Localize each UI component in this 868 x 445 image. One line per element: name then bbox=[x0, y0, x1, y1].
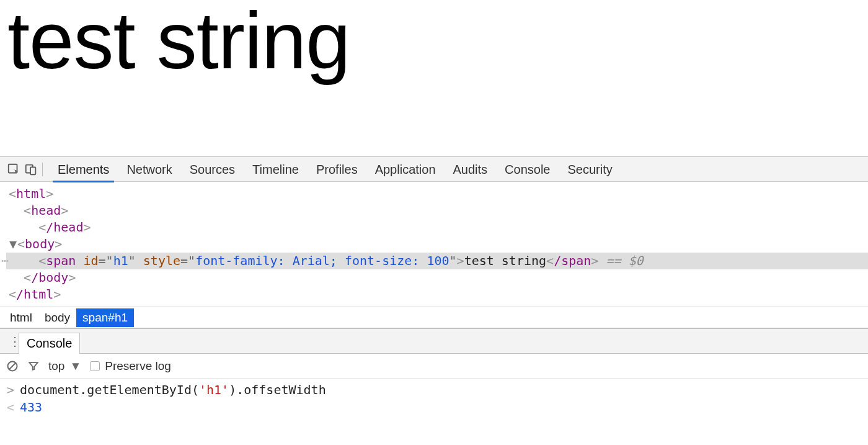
drawer-menu-icon[interactable]: ⋮ bbox=[4, 334, 19, 349]
drawer-tab-bar: ⋮ Console bbox=[0, 329, 868, 354]
preserve-log-checkbox[interactable] bbox=[90, 361, 100, 371]
svg-rect-2 bbox=[30, 167, 35, 174]
svg-line-4 bbox=[9, 363, 16, 369]
tab-timeline[interactable]: Timeline bbox=[244, 157, 308, 182]
result-icon: < bbox=[6, 400, 15, 415]
console-result-value: 433 bbox=[20, 400, 42, 415]
console-input-line[interactable]: > document.getElementById('h1').offsetWi… bbox=[0, 381, 868, 398]
crumb-html[interactable]: html bbox=[4, 308, 38, 327]
device-toggle-icon[interactable] bbox=[22, 161, 40, 178]
tab-profiles[interactable]: Profiles bbox=[308, 157, 366, 182]
dom-breadcrumb: html body span#h1 bbox=[0, 307, 868, 328]
preserve-log-label: Preserve log bbox=[105, 359, 171, 373]
console-drawer: ⋮ Console top ▼ bbox=[0, 328, 868, 445]
dom-node-head-open[interactable]: <head> bbox=[6, 202, 868, 219]
tab-security[interactable]: Security bbox=[559, 157, 621, 182]
toolbar-separator bbox=[42, 163, 43, 176]
execution-context-selector[interactable]: top ▼ bbox=[48, 359, 81, 373]
elements-tree[interactable]: <html> <head> </head> ▼<body> <span id="… bbox=[0, 182, 868, 307]
tab-application[interactable]: Application bbox=[366, 157, 445, 182]
clear-console-icon[interactable] bbox=[6, 360, 19, 372]
prompt-icon: > bbox=[6, 382, 15, 397]
devtools-tab-bar: Elements Network Sources Timeline Profil… bbox=[0, 157, 868, 182]
dom-node-span-selected[interactable]: <span id="h1" style="font-family: Arial;… bbox=[6, 253, 868, 269]
dom-node-html-close[interactable]: </html> bbox=[6, 286, 868, 303]
preserve-log-toggle[interactable]: Preserve log bbox=[90, 359, 171, 373]
tab-console[interactable]: Console bbox=[496, 157, 559, 182]
crumb-body[interactable]: body bbox=[38, 308, 76, 327]
dom-node-body-close[interactable]: </body> bbox=[6, 269, 868, 286]
console-input-text: document.getElementById('h1').offsetWidt… bbox=[20, 382, 326, 397]
tab-sources[interactable]: Sources bbox=[181, 157, 244, 182]
inspect-icon[interactable] bbox=[5, 161, 22, 178]
dom-node-head-close[interactable]: </head> bbox=[6, 219, 868, 236]
tab-elements[interactable]: Elements bbox=[49, 157, 118, 182]
rendered-heading: test string bbox=[7, 0, 861, 85]
page-viewport: test string bbox=[0, 0, 868, 156]
console-toolbar: top ▼ Preserve log bbox=[0, 354, 868, 379]
tab-network[interactable]: Network bbox=[118, 157, 180, 182]
chevron-down-icon: ▼ bbox=[69, 359, 81, 373]
execution-context-label: top bbox=[48, 359, 64, 373]
dom-node-html-open[interactable]: <html> bbox=[6, 186, 868, 202]
filter-icon[interactable] bbox=[27, 360, 40, 372]
console-output[interactable]: > document.getElementById('h1').offsetWi… bbox=[0, 379, 868, 445]
tab-audits[interactable]: Audits bbox=[445, 157, 497, 182]
console-result-line: < 433 bbox=[0, 398, 868, 416]
devtools-panel: Elements Network Sources Timeline Profil… bbox=[0, 156, 868, 445]
crumb-span[interactable]: span#h1 bbox=[76, 308, 134, 327]
drawer-tab-console[interactable]: Console bbox=[19, 333, 80, 354]
dom-node-body-open[interactable]: ▼<body> bbox=[6, 236, 868, 253]
